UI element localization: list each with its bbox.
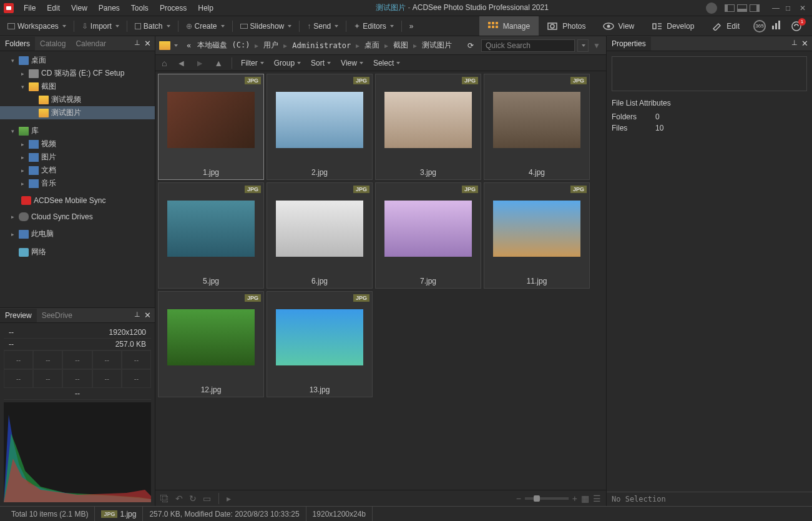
layout-preset-1[interactable] <box>725 4 735 12</box>
bc-seg[interactable]: Administrator <box>290 40 353 51</box>
search-dropdown[interactable] <box>577 39 589 52</box>
tab-preview[interactable]: Preview <box>0 309 37 322</box>
sort-dropdown[interactable]: Sort <box>308 57 333 69</box>
zoom-out-icon[interactable]: − <box>516 494 521 504</box>
mode-develop[interactable]: Develop <box>643 16 703 36</box>
bc-seg[interactable]: 用户 <box>261 39 281 52</box>
crop-icon[interactable]: ▭ <box>203 494 211 504</box>
editors-button[interactable]: ✦Editors <box>350 19 397 33</box>
toolbar-overflow[interactable]: » <box>406 19 418 33</box>
funnel-icon[interactable]: ▼ <box>591 39 602 52</box>
menu-file[interactable]: File <box>19 2 41 14</box>
play-icon[interactable]: ▸ <box>227 494 231 504</box>
close-panel-icon[interactable]: ✕ <box>144 39 151 48</box>
thumbnail-item[interactable]: JPG3.jpg <box>375 74 481 180</box>
nav-home-icon[interactable]: ⌂ <box>159 57 169 69</box>
mode-view[interactable]: View <box>594 16 643 36</box>
thumbnail-item[interactable]: JPG12.jpg <box>158 291 264 397</box>
menu-panes[interactable]: Panes <box>94 2 125 14</box>
pin-icon[interactable]: ⊥ <box>791 39 798 48</box>
select-dropdown[interactable]: Select <box>371 57 403 69</box>
notification-icon[interactable]: 1 <box>791 21 803 32</box>
thumbnail-item[interactable]: JPG5.jpg <box>158 182 264 289</box>
rotate-icon[interactable]: ↻ <box>189 494 197 504</box>
thumbnail-grid[interactable]: JPG1.jpgJPG2.jpgJPG3.jpgJPG4.jpgJPG5.jpg… <box>155 71 606 490</box>
maximize-button[interactable]: □ <box>786 4 795 12</box>
tree-desktop[interactable]: ▾桌面 <box>0 54 155 67</box>
bc-seg[interactable]: 桌面 <box>362 39 382 52</box>
menu-help[interactable]: Help <box>193 2 218 14</box>
tab-properties[interactable]: Properties <box>607 37 651 51</box>
copy-icon[interactable]: ⿻ <box>160 494 169 504</box>
folder-tree[interactable]: ▾桌面 ▸CD 驱动器 (E:) CF Setup ▾截图 测试视频 测试图片 … <box>0 51 155 307</box>
workspaces-button[interactable]: Workspaces <box>4 19 70 33</box>
user-account-icon[interactable] <box>706 2 717 14</box>
bc-seg[interactable]: 测试图片 <box>419 39 454 52</box>
folder-icon[interactable] <box>159 41 170 50</box>
layout-preset-2[interactable] <box>737 4 747 12</box>
tree-mobile-sync[interactable]: ACDSee Mobile Sync <box>0 195 155 206</box>
menu-edit[interactable]: Edit <box>42 2 65 14</box>
mode-manage[interactable]: Manage <box>479 16 539 36</box>
365-icon[interactable]: 365 <box>753 20 766 32</box>
tree-library[interactable]: ▾库 <box>0 124 155 137</box>
tree-testvideo[interactable]: 测试视频 <box>0 93 155 106</box>
thumbnail-item[interactable]: JPG6.jpg <box>267 182 373 289</box>
tree-cd[interactable]: ▸CD 驱动器 (E:) CF Setup <box>0 67 155 80</box>
filter-dropdown[interactable]: Filter <box>238 57 267 69</box>
bc-seg[interactable]: 本地磁盘 (C:) <box>195 39 252 52</box>
tab-calendar[interactable]: Calendar <box>71 37 111 51</box>
refresh-icon[interactable]: ⟳ <box>462 41 479 50</box>
undo-icon[interactable]: ↶ <box>175 494 183 504</box>
bc-seg[interactable]: 截图 <box>391 39 411 52</box>
group-dropdown[interactable]: Group <box>271 57 303 69</box>
close-panel-icon[interactable]: ✕ <box>144 310 151 320</box>
dashboard-icon[interactable] <box>772 21 785 32</box>
tree-pictures[interactable]: ▸图片 <box>0 151 155 164</box>
mode-edit[interactable]: Edit <box>703 16 748 36</box>
tab-seedrive[interactable]: SeeDrive <box>37 309 77 322</box>
layout-preset-3[interactable] <box>750 4 760 12</box>
zoom-in-icon[interactable]: + <box>572 494 577 504</box>
search-input[interactable]: Quick Search <box>481 39 575 52</box>
thumbnail-item[interactable]: JPG7.jpg <box>375 182 481 289</box>
tree-documents[interactable]: ▸文档 <box>0 164 155 177</box>
tree-cloud[interactable]: ▸Cloud Sync Drives <box>0 211 155 222</box>
tree-video[interactable]: ▸视频 <box>0 137 155 151</box>
thumbnail-item[interactable]: JPG4.jpg <box>484 74 590 180</box>
tree-music[interactable]: ▸音乐 <box>0 177 155 190</box>
menu-tools[interactable]: Tools <box>126 2 154 14</box>
thumbnail-item[interactable]: JPG11.jpg <box>484 182 590 289</box>
breadcrumb[interactable]: « 本地磁盘 (C:)▸ 用户▸ Administrator▸ 桌面▸ 截图▸ … <box>180 39 460 52</box>
batch-button[interactable]: Batch <box>131 19 174 33</box>
menu-process[interactable]: Process <box>155 2 192 14</box>
slideshow-button[interactable]: Slideshow <box>237 19 296 33</box>
pin-icon[interactable]: ⊥ <box>134 310 140 320</box>
thumbnail-item[interactable]: JPG1.jpg <box>158 74 264 180</box>
tree-testimage[interactable]: 测试图片 <box>0 106 155 119</box>
view-thumbs-icon[interactable]: ▦ <box>581 494 589 504</box>
close-panel-icon[interactable]: ✕ <box>801 39 808 48</box>
create-button[interactable]: ⊕Create <box>182 19 228 33</box>
menu-view[interactable]: View <box>66 2 92 14</box>
view-dropdown[interactable]: View <box>338 57 366 69</box>
minimize-button[interactable]: — <box>772 4 781 12</box>
pin-icon[interactable]: ⊥ <box>134 39 140 48</box>
mode-photos[interactable]: Photos <box>539 16 594 36</box>
nav-up-icon[interactable]: ▲ <box>212 57 225 69</box>
tree-network[interactable]: 网络 <box>0 246 155 259</box>
thumbnail-item[interactable]: JPG2.jpg <box>267 74 373 180</box>
view-list-icon[interactable]: ☰ <box>593 494 601 504</box>
tree-screenshots[interactable]: ▾截图 <box>0 80 155 93</box>
tree-thispc[interactable]: ▸此电脑 <box>0 227 155 241</box>
path-history-dropdown[interactable] <box>174 44 178 47</box>
tab-catalog[interactable]: Catalog <box>35 37 71 51</box>
send-button[interactable]: ↑Send <box>303 19 342 33</box>
nav-forward-icon[interactable]: ► <box>193 57 207 69</box>
close-button[interactable]: ✕ <box>800 4 808 12</box>
nav-back-icon[interactable]: ◄ <box>174 57 188 69</box>
thumbnail-item[interactable]: JPG13.jpg <box>267 291 373 397</box>
import-button[interactable]: ⇩Import <box>78 19 123 33</box>
tab-folders[interactable]: Folders <box>0 37 35 51</box>
zoom-slider[interactable] <box>525 497 569 500</box>
